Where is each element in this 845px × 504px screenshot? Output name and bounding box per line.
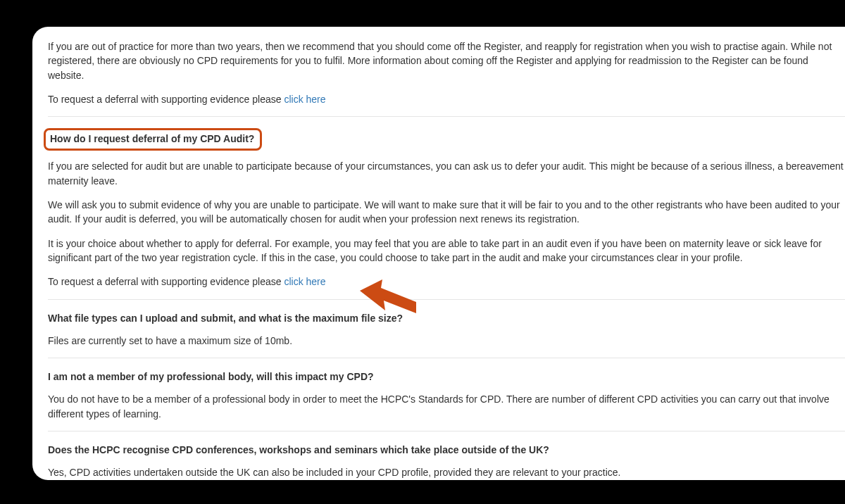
divider [48, 116, 845, 117]
faq-question-filetypes: What file types can I upload and submit,… [48, 311, 845, 325]
divider [48, 358, 845, 358]
deferral-request-prefix-2: To request a deferral with supporting ev… [48, 276, 284, 287]
deferral-paragraph-2: We will ask you to submit evidence of wh… [48, 198, 845, 227]
divider [48, 431, 845, 431]
deferral-request-prefix: To request a deferral with supporting ev… [48, 94, 284, 105]
click-here-link-1[interactable]: click here [284, 94, 325, 105]
outside-uk-paragraph: Yes, CPD activities undertaken outside t… [48, 465, 845, 479]
faq-question-membership: I am not a member of my professional bod… [48, 370, 845, 384]
document-page: If you are out of practice for more than… [32, 27, 845, 480]
deferral-paragraph-4: To request a deferral with supporting ev… [48, 275, 845, 289]
faq-question-outside-uk: Does the HCPC recognise CPD conferences,… [48, 443, 845, 457]
content-area: If you are out of practice for more than… [32, 27, 845, 480]
membership-paragraph: You do not have to be a member of a prof… [48, 392, 845, 421]
divider [48, 299, 845, 300]
deferral-paragraph-1: If you are selected for audit but are un… [48, 159, 845, 188]
intro-paragraph-2: To request a deferral with supporting ev… [48, 92, 845, 106]
intro-paragraph-1: If you are out of practice for more than… [48, 39, 845, 82]
faq-question-deferral: How do I request deferral of my CPD Audi… [50, 132, 254, 146]
click-here-link-2[interactable]: click here [284, 276, 325, 287]
deferral-paragraph-3: It is your choice about whether to apply… [48, 237, 845, 265]
highlight-annotation: How do I request deferral of my CPD Audi… [44, 128, 262, 151]
filetypes-paragraph: Files are currently set to have a maximu… [48, 334, 845, 348]
